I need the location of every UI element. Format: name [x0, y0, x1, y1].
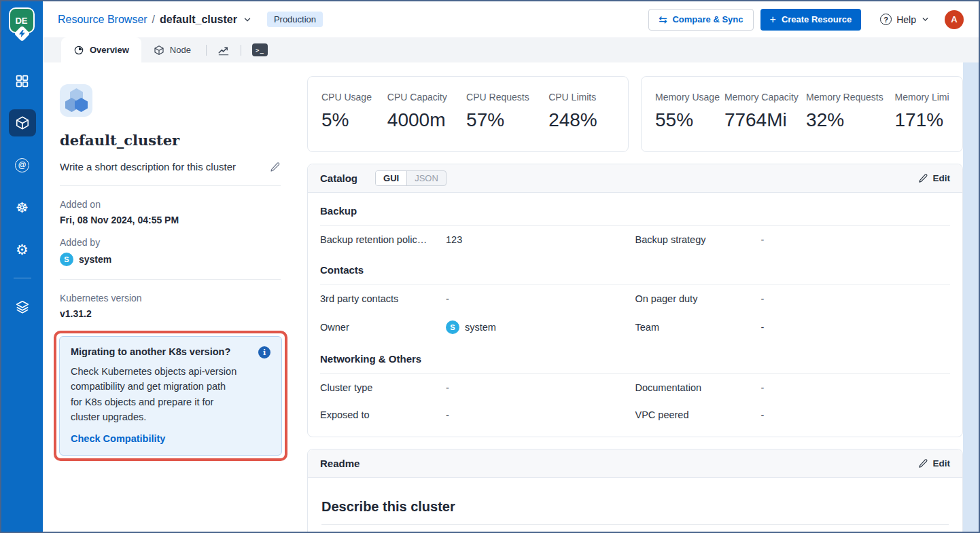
memory-capacity-value: 7764Mi — [724, 109, 806, 131]
sidebar-item-global-config[interactable]: ⚙ — [9, 236, 36, 263]
terminal-icon: >_ — [252, 43, 268, 56]
cpu-capacity-label: CPU Capacity — [387, 92, 466, 103]
sidebar-item-jobs[interactable]: @ — [9, 151, 36, 179]
tab-terminal[interactable]: >_ — [244, 37, 276, 62]
sidebar-divider — [14, 278, 31, 278]
cpu-stats-card: CPU Usage5% CPU Capacity4000m CPU Reques… — [307, 76, 629, 152]
readme-edit-label: Edit — [933, 458, 951, 468]
added-by-value: system — [79, 254, 111, 265]
pencil-icon — [918, 173, 928, 183]
k8s-version-value: v1.31.2 — [60, 308, 281, 319]
cpu-capacity-value: 4000m — [387, 109, 466, 131]
toggle-json[interactable]: JSON — [407, 171, 446, 185]
node-cube-icon — [154, 45, 164, 56]
field-cluster-type: Cluster type - — [320, 374, 635, 401]
tab-overview-label: Overview — [90, 45, 129, 55]
content-area: default_cluster Write a short descriptio… — [43, 62, 979, 532]
field-vpc-peered: VPC peered - — [635, 401, 951, 428]
readme-header: Readme Edit — [308, 449, 962, 478]
field-exposed-to: Exposed to - — [320, 401, 635, 428]
cpu-requests-value: 57% — [466, 109, 548, 131]
edit-description-pencil-icon[interactable] — [270, 162, 281, 172]
catalog-card: Catalog GUI JSON Edit Ba — [307, 164, 963, 437]
breadcrumb-cluster-name: default_cluster — [160, 14, 237, 26]
readme-body: Describe this cluster — [308, 478, 962, 533]
cpu-requests-label: CPU Requests — [466, 92, 548, 103]
chart-trend-icon — [217, 44, 230, 56]
app-window: DE @ — [0, 0, 980, 533]
swap-arrows-icon: ⇆ — [659, 14, 667, 26]
compare-sync-button[interactable]: ⇆ Compare & Sync — [648, 9, 754, 31]
field-backup-strategy: Backup strategy - — [635, 226, 951, 253]
help-label: Help — [896, 14, 916, 25]
catalog-edit-button[interactable]: Edit — [918, 173, 951, 183]
sidebar-item-stack-manager[interactable] — [9, 293, 36, 320]
help-menu[interactable]: ? Help — [880, 14, 930, 25]
cluster-description-placeholder: Write a short description for this clust… — [60, 161, 236, 172]
cpu-usage-label: CPU Usage — [321, 92, 387, 103]
helm-wheel-icon: ☸ — [16, 200, 29, 215]
memory-limits-value: 171% — [895, 109, 949, 131]
pencil-icon — [918, 458, 928, 468]
memory-requests-value: 32% — [806, 109, 894, 131]
scrollbar-gutter[interactable] — [963, 62, 979, 532]
added-on-value: Fri, 08 Nov 2024, 04:55 PM — [60, 215, 281, 225]
tab-monitoring[interactable] — [209, 37, 238, 62]
section-title-networking: Networking & Others — [320, 342, 950, 374]
sidebar-item-applications[interactable] — [9, 67, 36, 94]
compare-sync-label: Compare & Sync — [672, 14, 743, 24]
create-resource-label: Create Resource — [782, 14, 852, 24]
catalog-view-toggle: GUI JSON — [375, 170, 447, 186]
tab-separator — [241, 45, 241, 56]
readme-heading: Describe this cluster — [321, 499, 949, 525]
memory-usage-value: 55% — [655, 109, 724, 131]
system-avatar: S — [60, 253, 73, 266]
catalog-title: Catalog — [320, 172, 357, 184]
memory-requests-label: Memory Requests — [806, 92, 894, 103]
cluster-switch-chevron-down-icon[interactable] — [243, 15, 252, 24]
check-compatibility-link[interactable]: Check Compatibility — [71, 433, 270, 444]
environment-badge: Production — [267, 12, 323, 27]
sidebar-item-resource-browser[interactable] — [9, 109, 36, 136]
field-documentation: Documentation - — [635, 374, 951, 401]
section-title-backup: Backup — [320, 194, 950, 226]
cpu-usage-value: 5% — [321, 109, 387, 131]
tab-overview[interactable]: Overview — [61, 37, 141, 62]
question-mark-icon: ? — [880, 14, 892, 25]
cpu-limits-label: CPU Limits — [548, 92, 614, 103]
resource-stats-row: CPU Usage5% CPU Capacity4000m CPU Reques… — [307, 76, 963, 152]
overview-icon — [73, 45, 84, 56]
tab-separator — [206, 45, 207, 56]
cluster-name-title: default_cluster — [60, 132, 281, 149]
breadcrumb-resource-browser[interactable]: Resource Browser — [58, 14, 147, 26]
create-resource-button[interactable]: + Create Resource — [760, 9, 862, 31]
cluster-tabbar: Overview Node >_ — [43, 37, 979, 62]
memory-stats-card: Memory Usage55% Memory Capacity7764Mi Me… — [641, 76, 963, 152]
divider — [60, 279, 281, 280]
readme-edit-button[interactable]: Edit — [918, 458, 951, 468]
k8s-version-label: Kubernetes version — [60, 293, 281, 304]
callout-title: Migrating to another K8s version? — [71, 346, 230, 357]
info-icon: i — [258, 346, 270, 359]
user-avatar[interactable]: A — [945, 10, 964, 29]
memory-limits-label: Memory Limits — [895, 92, 949, 103]
field-3rd-party-contacts: 3rd party contacts - — [320, 285, 635, 312]
field-team: Team - — [635, 312, 951, 342]
devtron-logo[interactable]: DE — [9, 7, 36, 43]
field-owner: Owner S system — [320, 312, 635, 342]
main-column: Resource Browser / default_cluster Produ… — [43, 1, 979, 532]
tab-node-label: Node — [170, 45, 191, 55]
toggle-gui[interactable]: GUI — [376, 171, 407, 185]
cluster-hexagons-icon — [60, 84, 92, 117]
at-circle-icon: @ — [15, 158, 29, 172]
field-on-pager-duty: On pager duty - — [635, 285, 951, 312]
page-header: Resource Browser / default_cluster Produ… — [43, 1, 979, 37]
divider — [60, 185, 281, 186]
tab-node[interactable]: Node — [141, 37, 203, 62]
memory-capacity-label: Memory Capacity — [724, 92, 806, 103]
owner-avatar: S — [446, 320, 459, 334]
sidebar-nav: @ ☸ ⚙ — [9, 67, 36, 320]
sidebar-item-helm-charts[interactable]: ☸ — [9, 194, 36, 221]
header-actions: ⇆ Compare & Sync + Create Resource ? Hel… — [648, 9, 964, 31]
callout-body: Check Kubernetes objects api-version com… — [71, 364, 239, 425]
